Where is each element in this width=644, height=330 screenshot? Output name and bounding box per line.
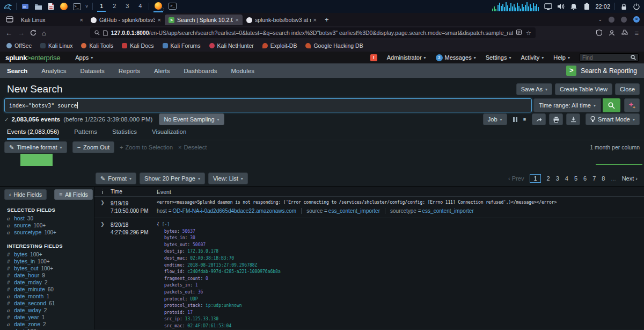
messages-menu[interactable]: 3Messages▾	[436, 54, 476, 61]
zoom-to-selection-button[interactable]: +Zoom to Selection	[120, 144, 173, 150]
field-date-second[interactable]: #date_second61	[7, 300, 94, 307]
field-bytes-out[interactable]: #bytes_out100+	[7, 265, 94, 272]
field-date-wday[interactable]: adate_wday2	[7, 307, 94, 314]
page-8-button[interactable]: 8	[602, 175, 605, 182]
clock[interactable]: 22:02	[595, 3, 610, 10]
json-key[interactable]: protocol	[164, 297, 190, 302]
power-icon[interactable]	[632, 2, 641, 11]
create-table-view-button[interactable]: Create Table View	[555, 83, 612, 95]
json-value[interactable]: 02:A0:38:1B:B3:70	[190, 256, 234, 261]
json-key[interactable]: fragment_count	[164, 276, 206, 281]
json-key[interactable]: packets_out	[164, 290, 198, 295]
json-value[interactable]: c240fdab-997d-4285-a221-1080976a6b8a	[187, 269, 280, 274]
file-manager-icon[interactable]	[34, 2, 42, 11]
workspace-3[interactable]: 3	[123, 1, 131, 12]
nav-analytics[interactable]: Analytics	[41, 68, 66, 74]
bookmark-kali-forums[interactable]: Kali Forums	[163, 42, 201, 49]
event-source-field[interactable]: source = ess_content_importer	[301, 208, 380, 214]
field-source[interactable]: asource100+	[7, 222, 94, 229]
event-sourcetype-field[interactable]: sourcetype = ess_content_importer	[385, 208, 474, 214]
field-dest[interactable]: adest100+	[7, 328, 94, 330]
cpu-graph-icon[interactable]	[492, 2, 539, 11]
json-key[interactable]: flow_id	[164, 269, 187, 274]
bookmark-google-hacking-db[interactable]: Google Hacking DB	[305, 42, 363, 49]
display-icon[interactable]	[544, 2, 552, 11]
time-range-picker[interactable]: Time range: All time▾	[533, 98, 601, 112]
tab-splunk-search[interactable]: > Search | Splunk 10.2.0 ×	[165, 15, 243, 25]
field-host[interactable]: ahost30	[7, 215, 94, 222]
json-key[interactable]: protoid	[164, 310, 187, 315]
json-key[interactable]: src_mac	[164, 324, 187, 328]
nav-dashboards[interactable]: Dashboards	[184, 68, 217, 74]
timeline-bar-aug-2018[interactable]	[20, 154, 53, 166]
page-1-button[interactable]: 1	[530, 174, 540, 183]
per-page-button[interactable]: Show: 20 Per Page▾	[140, 173, 205, 184]
page-6-button[interactable]: 6	[583, 175, 587, 182]
nav-datasets[interactable]: Datasets	[80, 68, 104, 74]
json-value[interactable]: 0	[206, 276, 208, 281]
alert-badge[interactable]: !	[370, 54, 377, 61]
json-value[interactable]: UDP	[190, 297, 197, 302]
bookmark-kali-linux[interactable]: Kali Linux	[40, 42, 73, 49]
next-page-button[interactable]: Next ›	[622, 175, 638, 182]
json-value[interactable]: 50607	[193, 242, 206, 247]
tab-close-icon[interactable]: ×	[158, 17, 161, 23]
json-key[interactable]: packets_in	[164, 283, 195, 288]
field-date-year[interactable]: #date_year1	[7, 314, 94, 321]
tracking-shield-icon[interactable]	[596, 30, 602, 36]
field-sourcetype[interactable]: asourcetype100+	[7, 229, 94, 236]
field-bytes[interactable]: #bytes100+	[7, 251, 94, 258]
nav-alerts[interactable]: Alerts	[154, 68, 170, 74]
print-button[interactable]	[549, 113, 563, 125]
json-value[interactable]: 36	[198, 290, 203, 295]
json-value[interactable]: 02:4F:D7:61:53:04	[187, 324, 231, 328]
search-submit-button[interactable]	[603, 98, 620, 112]
new-tab-button[interactable]: +	[325, 16, 329, 24]
nav-reports[interactable]: Reports	[119, 68, 140, 74]
json-key[interactable]: bytes_out	[164, 242, 193, 247]
ai-assistant-button[interactable]	[624, 98, 640, 112]
pause-icon[interactable]	[513, 117, 517, 122]
share-button[interactable]	[532, 113, 546, 125]
activity-menu[interactable]: Activity▾	[521, 54, 544, 61]
kali-menu-icon[interactable]	[3, 2, 12, 11]
field-bytes-in[interactable]: #bytes_in100+	[7, 258, 94, 265]
find-text-field[interactable]	[582, 55, 631, 61]
firefox-window-button[interactable]	[153, 1, 163, 12]
help-menu[interactable]: Help▾	[553, 54, 570, 61]
field-date-zone[interactable]: adate_zone2	[7, 321, 94, 328]
notifications-bell-icon[interactable]	[569, 2, 578, 11]
json-key[interactable]: dest_ip	[164, 249, 187, 254]
field-date-minute[interactable]: #date_minute60	[7, 286, 94, 293]
all-fields-button[interactable]: ≡ All Fields	[54, 189, 93, 200]
json-key[interactable]: bytes	[164, 229, 182, 234]
json-value[interactable]: 1	[195, 283, 198, 288]
json-key[interactable]: bytes_in	[164, 235, 190, 240]
reader-mode-icon[interactable]	[516, 30, 522, 37]
json-value[interactable]: 2018-08-20T15:27:09.296788Z	[187, 263, 257, 268]
search-mode-button[interactable]: Smart Mode▾	[586, 113, 640, 125]
reload-button[interactable]	[30, 30, 36, 36]
json-value[interactable]: 30	[190, 235, 195, 240]
page-3-button[interactable]: 3	[556, 175, 559, 182]
launcher-dropdown-caret-icon[interactable]: ˅	[85, 4, 88, 9]
menu-icon[interactable]: ≡	[634, 29, 639, 37]
event-sampling-button[interactable]: No Event Sampling▾	[159, 113, 224, 125]
battery-icon[interactable]	[582, 2, 591, 11]
workspace-1[interactable]: 1	[97, 1, 106, 12]
tab-close-icon[interactable]: ×	[236, 17, 239, 23]
account-icon[interactable]	[609, 30, 615, 36]
terminal-launcher-icon[interactable]: >_	[72, 2, 81, 11]
save-as-button[interactable]: Save As▾	[516, 83, 552, 95]
tab-statistics[interactable]: Statistics	[112, 128, 137, 140]
view-button[interactable]: View: List▾	[208, 173, 248, 184]
field-date-month[interactable]: adate_month1	[7, 293, 94, 300]
settings-menu[interactable]: Settings▾	[486, 54, 511, 61]
extensions-icon[interactable]	[621, 30, 628, 36]
back-button[interactable]: ←	[5, 29, 12, 37]
close-button[interactable]: Close	[615, 83, 640, 95]
timeline-format-button[interactable]: ✎Timeline format▾	[4, 141, 67, 153]
bookmark-star-icon[interactable]: ☆	[526, 30, 531, 37]
json-value[interactable]: 13.125.33.130	[185, 317, 219, 321]
json-key[interactable]: dest_mac	[164, 256, 190, 261]
